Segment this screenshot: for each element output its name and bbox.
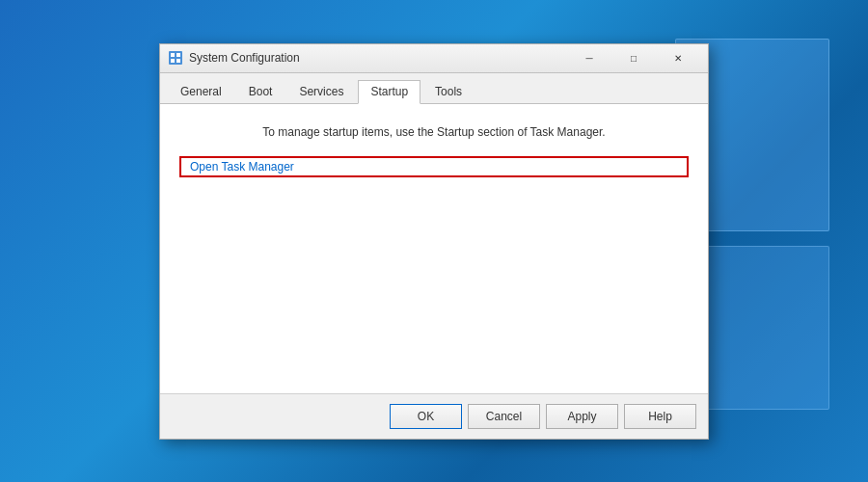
- dialog-icon: [168, 50, 183, 66]
- help-button[interactable]: Help: [624, 404, 696, 429]
- tab-tools[interactable]: Tools: [422, 80, 475, 104]
- ok-button[interactable]: OK: [390, 404, 462, 429]
- tabs-bar: General Boot Services Startup Tools: [160, 73, 708, 104]
- cancel-button[interactable]: Cancel: [468, 404, 540, 429]
- tab-boot[interactable]: Boot: [236, 80, 285, 104]
- open-task-manager-button[interactable]: Open Task Manager: [179, 156, 689, 177]
- title-bar-controls: ─ □ ✕: [567, 43, 700, 72]
- dialog-title: System Configuration: [189, 51, 567, 65]
- svg-rect-2: [176, 53, 180, 57]
- startup-message: To manage startup items, use the Startup…: [179, 123, 689, 141]
- maximize-button[interactable]: □: [611, 43, 656, 72]
- tab-services[interactable]: Services: [286, 80, 356, 104]
- tab-startup[interactable]: Startup: [358, 80, 420, 104]
- minimize-button[interactable]: ─: [567, 43, 611, 72]
- dialog-content: To manage startup items, use the Startup…: [160, 104, 708, 393]
- system-configuration-dialog: System Configuration ─ □ ✕ General Boot …: [159, 43, 709, 440]
- dialog-overlay: System Configuration ─ □ ✕ General Boot …: [0, 0, 868, 482]
- close-button[interactable]: ✕: [656, 43, 700, 72]
- dialog-footer: OK Cancel Apply Help: [160, 393, 708, 439]
- tab-general[interactable]: General: [168, 80, 234, 104]
- svg-rect-3: [171, 59, 175, 63]
- apply-button[interactable]: Apply: [546, 404, 618, 429]
- svg-rect-4: [176, 59, 180, 63]
- svg-rect-1: [171, 53, 175, 57]
- title-bar: System Configuration ─ □ ✕: [160, 44, 708, 73]
